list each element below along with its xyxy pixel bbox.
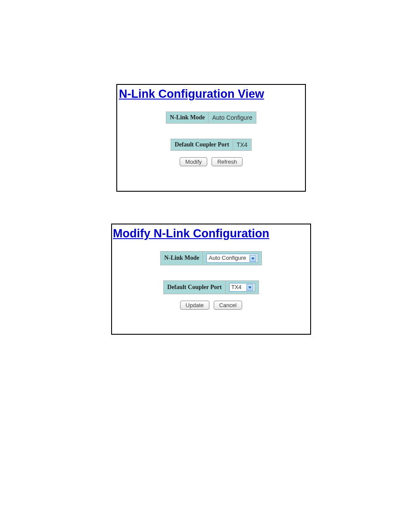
nlink-mode-value: Auto Configure xyxy=(209,112,256,124)
default-coupler-port-table: Default Coupler Port TX4 xyxy=(171,139,251,151)
modify-default-coupler-port-table: Default Coupler Port TX4 xyxy=(163,280,259,295)
default-coupler-port-value: TX4 xyxy=(233,139,251,151)
table-row: Default Coupler Port TX4 xyxy=(164,280,259,294)
nlink-mode-label: N-Link Mode xyxy=(166,112,209,124)
view-panel-title: N-Link Configuration View xyxy=(119,87,305,101)
modify-nlink-config-panel: Modify N-Link Configuration N-Link Mode … xyxy=(111,224,311,335)
modify-default-coupler-port-cell: TX4 xyxy=(225,280,258,294)
default-coupler-port-select[interactable]: TX4 xyxy=(229,283,255,292)
view-button-row: Modify Refresh xyxy=(117,157,305,166)
default-coupler-port-select-value: TX4 xyxy=(231,284,242,290)
modify-button[interactable]: Modify xyxy=(180,157,207,166)
modify-nlink-mode-table: N-Link Mode Auto Configure xyxy=(160,251,262,265)
modify-default-coupler-port-label: Default Coupler Port xyxy=(164,280,226,294)
modify-nlink-mode-label: N-Link Mode xyxy=(161,252,203,265)
nlink-mode-table: N-Link Mode Auto Configure xyxy=(166,112,256,124)
nlink-config-view-panel: N-Link Configuration View N-Link Mode Au… xyxy=(116,84,306,192)
table-row: Default Coupler Port TX4 xyxy=(171,139,251,151)
nlink-mode-select[interactable]: Auto Configure xyxy=(206,254,258,263)
chevron-down-icon xyxy=(249,255,256,262)
modify-nlink-mode-cell: Auto Configure xyxy=(203,252,262,265)
refresh-button[interactable]: Refresh xyxy=(212,157,243,166)
modify-button-row: Update Cancel xyxy=(112,301,310,310)
table-row: N-Link Mode Auto Configure xyxy=(166,112,256,124)
table-row: N-Link Mode Auto Configure xyxy=(161,252,262,265)
modify-panel-title: Modify N-Link Configuration xyxy=(113,227,310,240)
default-coupler-port-label: Default Coupler Port xyxy=(171,139,233,151)
nlink-mode-select-value: Auto Configure xyxy=(209,255,246,261)
chevron-down-icon xyxy=(246,284,253,291)
update-button[interactable]: Update xyxy=(180,301,209,310)
cancel-button[interactable]: Cancel xyxy=(214,301,242,310)
